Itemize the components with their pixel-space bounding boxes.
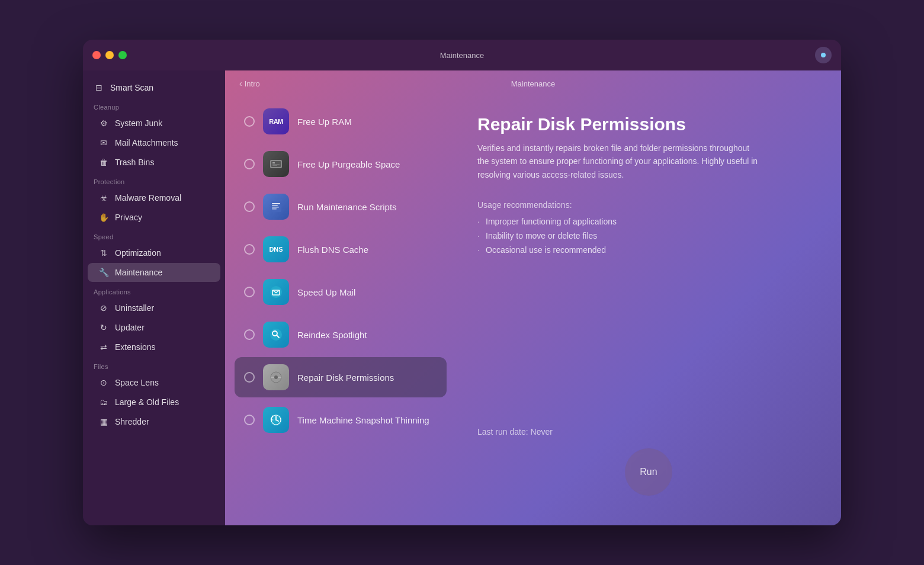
last-run-label: Last run date:: [477, 427, 528, 436]
label-run-scripts: Run Maintenance Scripts: [297, 202, 397, 212]
maintenance-item-free-up-ram[interactable]: RAM Free Up RAM: [235, 101, 447, 142]
svg-rect-6: [272, 203, 280, 204]
icon-speed-up-mail: [263, 279, 289, 305]
svg-point-12: [270, 329, 282, 341]
usage-item-3: Occasional use is recommended: [477, 245, 820, 255]
sidebar-item-mail-attachments[interactable]: ✉ Mail Attachments: [88, 133, 220, 152]
sidebar-section-protection: Protection: [83, 172, 225, 188]
maintenance-item-reindex-spotlight[interactable]: Reindex Spotlight: [235, 314, 447, 355]
last-run-value: Never: [531, 427, 553, 436]
minimize-button[interactable]: [105, 51, 114, 59]
radio-time-machine[interactable]: [244, 415, 255, 425]
maintenance-item-free-up-purgeable[interactable]: Free Up Purgeable Space: [235, 144, 447, 184]
sidebar-item-system-junk-label: System Junk: [115, 118, 162, 128]
sidebar-item-extensions-label: Extensions: [115, 342, 155, 352]
label-flush-dns: Flush DNS Cache: [297, 245, 368, 255]
radio-flush-dns[interactable]: [244, 244, 255, 255]
sidebar-item-maintenance-label: Maintenance: [115, 268, 162, 277]
main-header-title: Maintenance: [511, 79, 555, 88]
sidebar-item-trash-bins[interactable]: 🗑 Trash Bins: [88, 153, 220, 172]
icon-reindex-spotlight: [263, 322, 289, 348]
maintenance-item-run-scripts[interactable]: Run Maintenance Scripts: [235, 187, 447, 227]
sidebar-item-uninstaller-label: Uninstaller: [115, 303, 154, 313]
mail-attachments-icon: ✉: [98, 137, 109, 148]
sidebar-item-uninstaller[interactable]: ⊘ Uninstaller: [88, 298, 220, 317]
label-speed-up-mail: Speed Up Mail: [297, 287, 355, 297]
avatar-button[interactable]: [815, 47, 832, 63]
back-chevron-icon: ‹: [239, 79, 242, 88]
svg-rect-2: [272, 162, 275, 163]
sidebar-section-speed: Speed: [83, 227, 225, 243]
radio-free-up-purgeable[interactable]: [244, 159, 255, 169]
sidebar-item-smart-scan-label: Smart Scan: [110, 83, 153, 92]
icon-run-scripts: [263, 194, 289, 220]
svg-point-17: [274, 375, 278, 379]
extensions-icon: ⇄: [98, 342, 109, 352]
icon-time-machine: [263, 407, 289, 433]
app-body: ⊟ Smart Scan Cleanup ⚙ System Junk ✉ Mai…: [83, 70, 841, 525]
back-button[interactable]: ‹ Intro: [239, 79, 260, 88]
updater-icon: ↻: [98, 322, 109, 333]
radio-reindex-spotlight[interactable]: [244, 329, 255, 340]
privacy-icon: ✋: [98, 212, 109, 223]
maximize-button[interactable]: [118, 51, 127, 59]
sidebar-item-space-lens[interactable]: ⊙ Space Lens: [88, 373, 220, 392]
usage-item-2: Inability to move or delete files: [477, 231, 820, 240]
system-junk-icon: ⚙: [98, 118, 109, 129]
maintenance-item-flush-dns[interactable]: DNS Flush DNS Cache: [235, 229, 447, 269]
traffic-lights: [92, 51, 127, 59]
optimization-icon: ⇅: [98, 248, 109, 258]
main-panels: RAM Free Up RAM: [225, 97, 841, 525]
shredder-icon: ▦: [98, 416, 109, 427]
sidebar-item-maintenance[interactable]: 🔧 Maintenance: [88, 263, 220, 282]
label-time-machine: Time Machine Snapshot Thinning: [297, 415, 429, 425]
large-old-files-icon: 🗂: [98, 397, 109, 407]
sidebar-item-optimization-label: Optimization: [115, 248, 161, 258]
sidebar-section-applications: Applications: [83, 282, 225, 298]
sidebar-item-privacy[interactable]: ✋ Privacy: [88, 208, 220, 227]
sidebar-item-trash-bins-label: Trash Bins: [115, 158, 154, 167]
detail-description: Verifies and instantly repairs broken fi…: [477, 142, 762, 181]
maintenance-item-time-machine[interactable]: Time Machine Snapshot Thinning: [235, 400, 447, 440]
sidebar-item-large-old-files[interactable]: 🗂 Large & Old Files: [88, 393, 220, 412]
sidebar-item-smart-scan[interactable]: ⊟ Smart Scan: [83, 78, 225, 98]
icon-repair-disk: [263, 364, 289, 390]
sidebar-item-space-lens-label: Space Lens: [115, 378, 159, 387]
sidebar-item-optimization[interactable]: ⇅ Optimization: [88, 243, 220, 262]
sidebar-item-shredder[interactable]: ▦ Shredder: [88, 412, 220, 431]
sidebar-item-system-junk[interactable]: ⚙ System Junk: [88, 114, 220, 133]
malware-removal-icon: ☣: [98, 192, 109, 203]
radio-repair-disk[interactable]: [244, 372, 255, 383]
usage-recommendations-label: Usage recommendations:: [477, 200, 820, 210]
svg-rect-3: [272, 164, 280, 165]
trash-bins-icon: 🗑: [98, 157, 109, 168]
app-window: Maintenance ⊟ Smart Scan Cleanup ⚙ Syste…: [83, 40, 841, 525]
icon-flush-dns: DNS: [263, 236, 289, 262]
label-reindex-spotlight: Reindex Spotlight: [297, 330, 367, 340]
sidebar-item-updater-label: Updater: [115, 323, 145, 332]
sidebar-item-updater[interactable]: ↻ Updater: [88, 318, 220, 337]
space-lens-icon: ⊙: [98, 377, 109, 388]
sidebar-item-extensions[interactable]: ⇄ Extensions: [88, 338, 220, 357]
window-title: Maintenance: [440, 51, 484, 60]
svg-rect-4: [272, 165, 277, 166]
radio-speed-up-mail[interactable]: [244, 287, 255, 297]
radio-free-up-ram[interactable]: [244, 116, 255, 127]
last-run-container: Last run date: Never: [477, 427, 820, 436]
sidebar-item-large-old-files-label: Large & Old Files: [115, 397, 179, 407]
sidebar-section-files: Files: [83, 357, 225, 373]
maintenance-item-speed-up-mail[interactable]: Speed Up Mail: [235, 272, 447, 312]
sidebar-section-cleanup: Cleanup: [83, 98, 225, 113]
sidebar-item-privacy-label: Privacy: [115, 213, 142, 222]
sidebar-item-malware-removal[interactable]: ☣ Malware Removal: [88, 188, 220, 207]
label-free-up-ram: Free Up RAM: [297, 117, 352, 127]
sidebar-item-mail-attachments-label: Mail Attachments: [115, 138, 178, 147]
usage-item-1: Improper functioning of applications: [477, 217, 820, 226]
maintenance-item-repair-disk[interactable]: Repair Disk Permissions: [235, 357, 447, 397]
item-list-panel: RAM Free Up RAM: [225, 97, 456, 525]
radio-run-scripts[interactable]: [244, 201, 255, 212]
title-bar: Maintenance: [83, 40, 841, 70]
run-button[interactable]: Run: [625, 448, 672, 496]
icon-free-up-ram: RAM: [263, 108, 289, 134]
close-button[interactable]: [92, 51, 101, 59]
